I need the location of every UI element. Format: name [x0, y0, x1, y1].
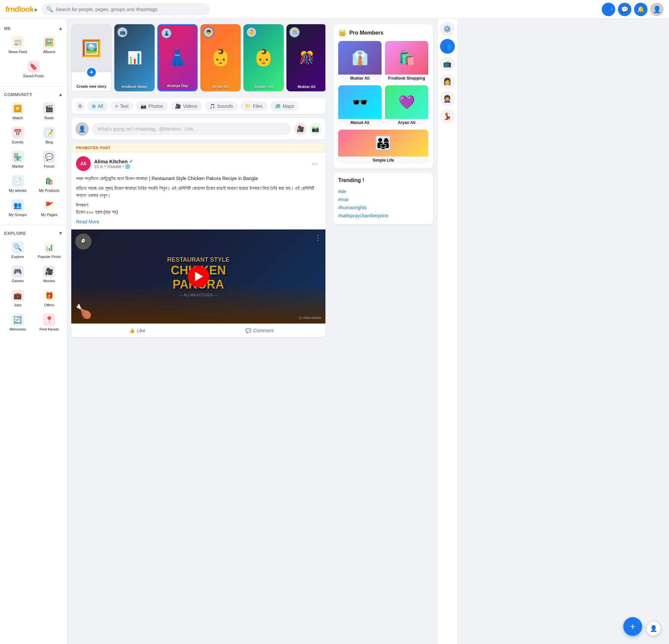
- post-time: 10 m • Youtube • 🌐: [94, 164, 305, 169]
- sidebar-item-my-pages[interactable]: 🚩 My Pages: [34, 196, 65, 219]
- community-section-header[interactable]: COMMUNITY ▲: [0, 90, 67, 99]
- pro-member-img-muktar: 👔: [338, 41, 382, 75]
- read-more-button[interactable]: Read More: [76, 218, 321, 225]
- create-story-card[interactable]: 🖼️ + Create new story: [71, 24, 112, 91]
- saved-posts-icon: 🔖: [28, 60, 40, 73]
- post-video[interactable]: 🍳 ⋮ Restaurant Style CHICKEN PAKORA — AL…: [71, 230, 325, 323]
- pro-member-masud[interactable]: 🕶️ Masud Ali: [338, 85, 382, 126]
- story-aryan[interactable]: 👦 👶 Aryan Ali: [200, 24, 241, 91]
- trending-tag-humanrights[interactable]: #humanrights: [338, 204, 428, 211]
- sidebar-item-explore[interactable]: 🔍 Explore: [3, 238, 33, 261]
- sidebar-item-market[interactable]: 🏪 Market: [3, 148, 33, 171]
- sidebar-item-events[interactable]: 📅 Events: [3, 124, 33, 147]
- filter-photos-button[interactable]: 📷 Photos: [136, 101, 168, 111]
- story-label-ananya: Ananya Day: [158, 84, 197, 88]
- sidebar-item-find-friends[interactable]: 📍 Find friends: [34, 311, 65, 334]
- pro-member-frndlook[interactable]: 🛍️ Frndlook Shopping: [385, 41, 428, 82]
- messages-button[interactable]: 💬: [618, 3, 631, 16]
- search-bar[interactable]: 🔍: [42, 3, 210, 15]
- trending-tag-mai[interactable]: #mai: [338, 195, 428, 204]
- like-button[interactable]: 👍 Like: [76, 325, 198, 336]
- sidebar-item-blog[interactable]: 📝 Blog: [34, 124, 65, 147]
- composer-video-button[interactable]: 🎥: [295, 123, 307, 135]
- sidebar-item-reels[interactable]: 🎬 Reels: [34, 100, 65, 122]
- mini-sidebar: ⚙️ 👥 📺 👩 👩‍🦱 💃: [437, 19, 457, 644]
- comment-button[interactable]: 💬 Comment: [198, 325, 321, 336]
- body-layout: ME ▲ 📰 News Feed 🖼️ Albums 🔖 Saved Posts: [0, 19, 669, 644]
- search-icon: 🔍: [46, 6, 53, 12]
- sidebar-item-watch[interactable]: ▶️ Watch: [3, 100, 33, 122]
- search-input[interactable]: [56, 7, 205, 12]
- mini-settings-button[interactable]: ⚙️: [440, 21, 455, 36]
- story-frndlook[interactable]: 📺 📊 frndlook News: [114, 24, 155, 91]
- sidebar-item-albums[interactable]: 🖼️ Albums: [34, 33, 65, 56]
- create-story-plus-icon: +: [86, 67, 97, 78]
- sidebar-item-forum[interactable]: 💬 Forum: [34, 148, 65, 171]
- filter-files-button[interactable]: 📁 Files: [240, 101, 268, 111]
- find-friends-label: Find friends: [40, 327, 59, 331]
- post-meta: Alima Kitchen ✓ 10 m • Youtube • 🌐: [94, 159, 305, 169]
- story-label-frndlook: frndlook News: [114, 85, 155, 89]
- community-collapse-icon: ▲: [58, 92, 63, 97]
- sidebar-item-jobs[interactable]: 💼 Jobs: [3, 287, 33, 310]
- pro-member-aryan[interactable]: 💜 Aryan Ali: [385, 85, 428, 126]
- pro-members-title: 👑 Pro Members: [338, 29, 428, 37]
- sidebar-item-my-groups[interactable]: 👥 My Groups: [3, 196, 33, 219]
- sidebar-item-popular-posts[interactable]: 📊 Popular Posts: [34, 238, 65, 261]
- pro-member-simple[interactable]: 👨‍👩‍👧 Simple Life: [338, 130, 428, 164]
- pro-member-name-muktar: Muktar Ali: [338, 75, 382, 82]
- add-friend-button[interactable]: 👤+: [602, 3, 615, 16]
- post-input[interactable]: What's going on? #Hashtag.. @Mention.. L…: [92, 123, 291, 135]
- app-container: frndlook✦ 🔍 👤+ 💬 🔔 👤 ME ▲ 📰: [0, 0, 669, 644]
- notif-fab-button[interactable]: 👤: [646, 621, 661, 636]
- mini-news-avatar[interactable]: 📺: [440, 56, 455, 71]
- sidebar-item-my-products[interactable]: 🛍️ My Products: [34, 172, 65, 195]
- sidebar-item-offers[interactable]: 🎁 Offers: [34, 287, 65, 310]
- story-ananya[interactable]: 👗 👗 Ananya Day: [157, 24, 198, 91]
- filter-text-button[interactable]: ≡ Text: [111, 101, 133, 111]
- explore-section-header[interactable]: EXPLORE ▼: [0, 229, 67, 237]
- sidebar-item-movies[interactable]: 🎥 Movies: [34, 263, 65, 286]
- me-section-header[interactable]: ME ▲: [0, 24, 67, 32]
- post-more-button[interactable]: ⋯: [309, 158, 321, 170]
- pro-member-name-masud: Masud Ali: [338, 119, 382, 126]
- notifications-button[interactable]: 🔔: [634, 3, 647, 16]
- trending-tag-saltspray[interactable]: #saltspraychamberprice: [338, 211, 428, 220]
- filter-videos-button[interactable]: 🎥 Videos: [170, 101, 202, 111]
- comment-icon: 💬: [245, 328, 251, 333]
- post-text-line4: চিকেন ৫০০ গ্রাম (হাড় সহ): [76, 209, 321, 216]
- forum-label: Forum: [44, 164, 55, 168]
- sidebar-item-saved-posts[interactable]: 🔖 Saved Posts: [3, 58, 64, 80]
- trending-title: Trending !: [338, 177, 428, 184]
- forum-icon: 💬: [43, 151, 55, 163]
- filter-maps-button[interactable]: 🗺️ Maps: [270, 101, 299, 111]
- mini-user-1[interactable]: 👩: [440, 74, 455, 89]
- filter-settings-button[interactable]: ⚙: [76, 101, 84, 111]
- post-body-text: সহজ পদ্ধতিতে রেস্টুরেন্টের মতো চিকেন পাক…: [71, 175, 325, 230]
- mini-user-3[interactable]: 💃: [440, 109, 455, 123]
- mini-user-2[interactable]: 👩‍🦱: [440, 91, 455, 106]
- market-icon: 🏪: [12, 151, 24, 163]
- composer-camera-button[interactable]: 📷: [309, 123, 322, 135]
- me-section-collapse-icon: ▲: [58, 26, 63, 31]
- mini-add-friend-button[interactable]: 👥: [440, 39, 455, 54]
- sidebar-item-memories[interactable]: 🔄 Memories: [3, 311, 33, 334]
- sidebar-item-my-articles[interactable]: 📄 My articles: [3, 172, 33, 195]
- pro-member-muktar[interactable]: 👔 Muktar Ali: [338, 41, 382, 82]
- filter-sounds-button[interactable]: 🎵 Sounds: [205, 101, 238, 111]
- reels-icon: 🎬: [43, 102, 55, 115]
- comment-label: Comment: [253, 328, 274, 333]
- post-author-avatar[interactable]: Ali: [76, 156, 91, 171]
- me-section-title: ME: [4, 26, 11, 31]
- filter-all-button[interactable]: ⊞ All: [87, 101, 108, 111]
- trending-tag-de[interactable]: #de: [338, 188, 428, 195]
- logo[interactable]: frndlook✦: [5, 5, 38, 14]
- video-play-button[interactable]: [188, 266, 209, 287]
- sidebar-item-news-feed[interactable]: 📰 News Feed: [3, 33, 33, 56]
- sidebar-item-games[interactable]: 🎮 Games: [3, 263, 33, 286]
- story-muktar[interactable]: 🎊 🎊 Muktar Ali: [286, 24, 325, 91]
- fab-button[interactable]: +: [623, 617, 642, 636]
- story-simple-life[interactable]: 👶 👶 Simple Life: [243, 24, 284, 91]
- filter-bar: ⚙ ⊞ All ≡ Text 📷 Photos 🎥 Videos: [71, 98, 325, 114]
- user-avatar[interactable]: 👤: [650, 3, 664, 16]
